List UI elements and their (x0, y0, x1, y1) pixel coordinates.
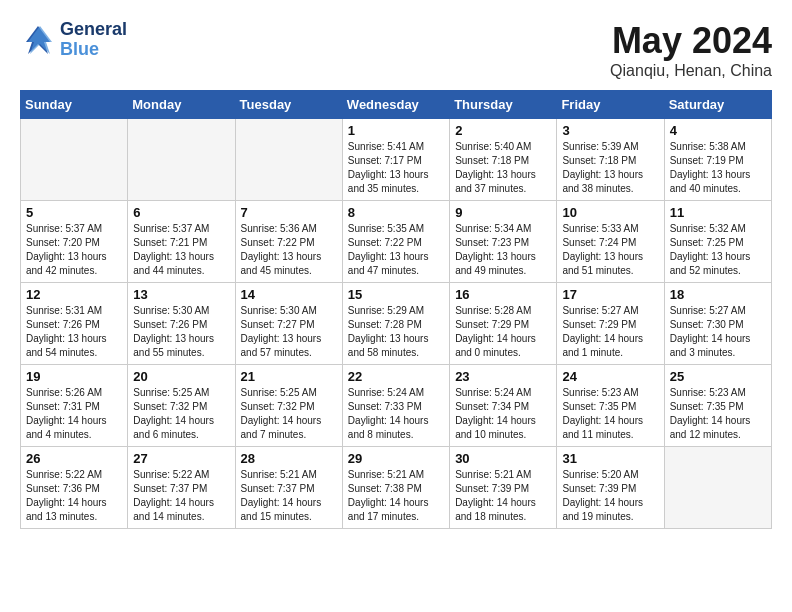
calendar-cell: 2Sunrise: 5:40 AM Sunset: 7:18 PM Daylig… (450, 119, 557, 201)
day-number: 23 (455, 369, 551, 384)
calendar-cell (235, 119, 342, 201)
calendar-cell (21, 119, 128, 201)
day-number: 10 (562, 205, 658, 220)
weekday-header: Saturday (664, 91, 771, 119)
calendar-week-row: 5Sunrise: 5:37 AM Sunset: 7:20 PM Daylig… (21, 201, 772, 283)
day-number: 11 (670, 205, 766, 220)
day-info: Sunrise: 5:24 AM Sunset: 7:34 PM Dayligh… (455, 386, 551, 442)
svg-marker-1 (28, 26, 52, 54)
day-number: 20 (133, 369, 229, 384)
day-number: 31 (562, 451, 658, 466)
day-number: 14 (241, 287, 337, 302)
day-number: 1 (348, 123, 444, 138)
calendar-cell: 8Sunrise: 5:35 AM Sunset: 7:22 PM Daylig… (342, 201, 449, 283)
day-info: Sunrise: 5:34 AM Sunset: 7:23 PM Dayligh… (455, 222, 551, 278)
day-number: 19 (26, 369, 122, 384)
month-title: May 2024 (610, 20, 772, 62)
weekday-header-row: SundayMondayTuesdayWednesdayThursdayFrid… (21, 91, 772, 119)
page-header: General Blue May 2024 Qianqiu, Henan, Ch… (20, 20, 772, 80)
calendar-cell: 30Sunrise: 5:21 AM Sunset: 7:39 PM Dayli… (450, 447, 557, 529)
calendar-cell: 23Sunrise: 5:24 AM Sunset: 7:34 PM Dayli… (450, 365, 557, 447)
logo: General Blue (20, 20, 127, 60)
day-info: Sunrise: 5:29 AM Sunset: 7:28 PM Dayligh… (348, 304, 444, 360)
day-info: Sunrise: 5:21 AM Sunset: 7:39 PM Dayligh… (455, 468, 551, 524)
logo-text: General Blue (60, 20, 127, 60)
day-info: Sunrise: 5:26 AM Sunset: 7:31 PM Dayligh… (26, 386, 122, 442)
day-number: 21 (241, 369, 337, 384)
calendar-cell: 13Sunrise: 5:30 AM Sunset: 7:26 PM Dayli… (128, 283, 235, 365)
day-number: 9 (455, 205, 551, 220)
calendar-cell: 28Sunrise: 5:21 AM Sunset: 7:37 PM Dayli… (235, 447, 342, 529)
day-number: 22 (348, 369, 444, 384)
day-number: 18 (670, 287, 766, 302)
day-info: Sunrise: 5:21 AM Sunset: 7:38 PM Dayligh… (348, 468, 444, 524)
day-number: 7 (241, 205, 337, 220)
calendar-cell: 11Sunrise: 5:32 AM Sunset: 7:25 PM Dayli… (664, 201, 771, 283)
title-block: May 2024 Qianqiu, Henan, China (610, 20, 772, 80)
calendar-cell: 5Sunrise: 5:37 AM Sunset: 7:20 PM Daylig… (21, 201, 128, 283)
day-info: Sunrise: 5:21 AM Sunset: 7:37 PM Dayligh… (241, 468, 337, 524)
location-subtitle: Qianqiu, Henan, China (610, 62, 772, 80)
calendar-cell: 16Sunrise: 5:28 AM Sunset: 7:29 PM Dayli… (450, 283, 557, 365)
calendar-cell: 4Sunrise: 5:38 AM Sunset: 7:19 PM Daylig… (664, 119, 771, 201)
calendar-cell: 24Sunrise: 5:23 AM Sunset: 7:35 PM Dayli… (557, 365, 664, 447)
day-number: 17 (562, 287, 658, 302)
logo-icon (20, 22, 56, 58)
day-number: 2 (455, 123, 551, 138)
day-info: Sunrise: 5:32 AM Sunset: 7:25 PM Dayligh… (670, 222, 766, 278)
day-info: Sunrise: 5:22 AM Sunset: 7:37 PM Dayligh… (133, 468, 229, 524)
day-number: 6 (133, 205, 229, 220)
day-number: 4 (670, 123, 766, 138)
calendar-week-row: 1Sunrise: 5:41 AM Sunset: 7:17 PM Daylig… (21, 119, 772, 201)
day-info: Sunrise: 5:39 AM Sunset: 7:18 PM Dayligh… (562, 140, 658, 196)
calendar-cell: 6Sunrise: 5:37 AM Sunset: 7:21 PM Daylig… (128, 201, 235, 283)
calendar-cell: 22Sunrise: 5:24 AM Sunset: 7:33 PM Dayli… (342, 365, 449, 447)
day-number: 27 (133, 451, 229, 466)
weekday-header: Monday (128, 91, 235, 119)
day-info: Sunrise: 5:30 AM Sunset: 7:26 PM Dayligh… (133, 304, 229, 360)
calendar-cell: 12Sunrise: 5:31 AM Sunset: 7:26 PM Dayli… (21, 283, 128, 365)
day-number: 12 (26, 287, 122, 302)
calendar-cell: 7Sunrise: 5:36 AM Sunset: 7:22 PM Daylig… (235, 201, 342, 283)
calendar-cell: 15Sunrise: 5:29 AM Sunset: 7:28 PM Dayli… (342, 283, 449, 365)
day-number: 25 (670, 369, 766, 384)
weekday-header: Tuesday (235, 91, 342, 119)
day-number: 24 (562, 369, 658, 384)
day-number: 16 (455, 287, 551, 302)
day-info: Sunrise: 5:33 AM Sunset: 7:24 PM Dayligh… (562, 222, 658, 278)
weekday-header: Friday (557, 91, 664, 119)
day-number: 8 (348, 205, 444, 220)
weekday-header: Thursday (450, 91, 557, 119)
calendar-cell: 17Sunrise: 5:27 AM Sunset: 7:29 PM Dayli… (557, 283, 664, 365)
day-number: 28 (241, 451, 337, 466)
calendar-cell (128, 119, 235, 201)
calendar-week-row: 12Sunrise: 5:31 AM Sunset: 7:26 PM Dayli… (21, 283, 772, 365)
day-info: Sunrise: 5:23 AM Sunset: 7:35 PM Dayligh… (670, 386, 766, 442)
day-info: Sunrise: 5:20 AM Sunset: 7:39 PM Dayligh… (562, 468, 658, 524)
calendar-cell: 14Sunrise: 5:30 AM Sunset: 7:27 PM Dayli… (235, 283, 342, 365)
weekday-header: Wednesday (342, 91, 449, 119)
calendar-cell: 27Sunrise: 5:22 AM Sunset: 7:37 PM Dayli… (128, 447, 235, 529)
day-number: 3 (562, 123, 658, 138)
calendar-cell: 21Sunrise: 5:25 AM Sunset: 7:32 PM Dayli… (235, 365, 342, 447)
day-info: Sunrise: 5:28 AM Sunset: 7:29 PM Dayligh… (455, 304, 551, 360)
day-info: Sunrise: 5:37 AM Sunset: 7:20 PM Dayligh… (26, 222, 122, 278)
day-info: Sunrise: 5:35 AM Sunset: 7:22 PM Dayligh… (348, 222, 444, 278)
calendar-cell: 29Sunrise: 5:21 AM Sunset: 7:38 PM Dayli… (342, 447, 449, 529)
calendar-week-row: 19Sunrise: 5:26 AM Sunset: 7:31 PM Dayli… (21, 365, 772, 447)
day-info: Sunrise: 5:41 AM Sunset: 7:17 PM Dayligh… (348, 140, 444, 196)
day-info: Sunrise: 5:22 AM Sunset: 7:36 PM Dayligh… (26, 468, 122, 524)
calendar-table: SundayMondayTuesdayWednesdayThursdayFrid… (20, 90, 772, 529)
calendar-cell (664, 447, 771, 529)
day-number: 5 (26, 205, 122, 220)
day-info: Sunrise: 5:38 AM Sunset: 7:19 PM Dayligh… (670, 140, 766, 196)
day-info: Sunrise: 5:31 AM Sunset: 7:26 PM Dayligh… (26, 304, 122, 360)
day-info: Sunrise: 5:40 AM Sunset: 7:18 PM Dayligh… (455, 140, 551, 196)
calendar-cell: 9Sunrise: 5:34 AM Sunset: 7:23 PM Daylig… (450, 201, 557, 283)
day-info: Sunrise: 5:37 AM Sunset: 7:21 PM Dayligh… (133, 222, 229, 278)
day-number: 26 (26, 451, 122, 466)
day-info: Sunrise: 5:23 AM Sunset: 7:35 PM Dayligh… (562, 386, 658, 442)
day-info: Sunrise: 5:25 AM Sunset: 7:32 PM Dayligh… (241, 386, 337, 442)
calendar-cell: 31Sunrise: 5:20 AM Sunset: 7:39 PM Dayli… (557, 447, 664, 529)
day-info: Sunrise: 5:36 AM Sunset: 7:22 PM Dayligh… (241, 222, 337, 278)
